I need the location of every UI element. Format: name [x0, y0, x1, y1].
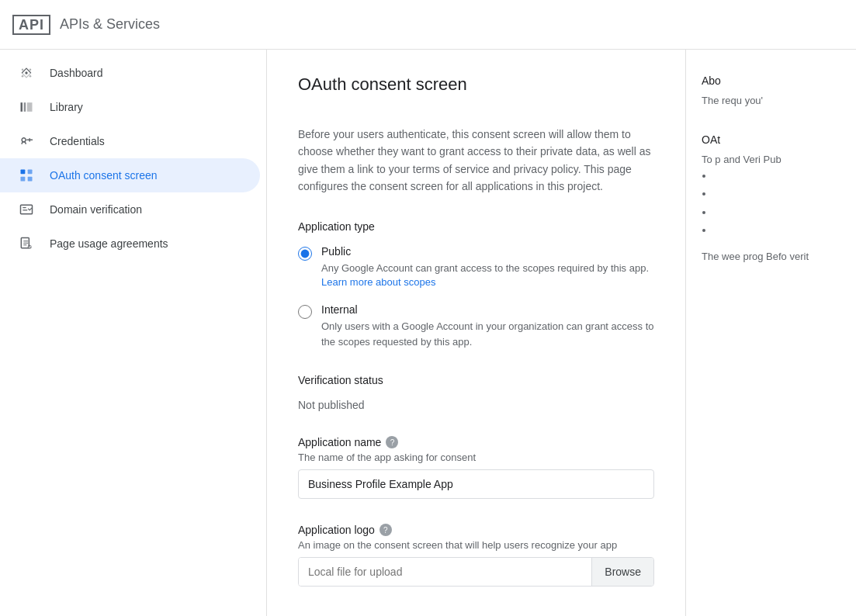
about-text: The requ you'	[702, 93, 840, 109]
oauth-section: OAt To p and Veri Pub The wee prog Befo …	[702, 133, 840, 265]
application-type-label: Application type	[298, 220, 654, 233]
application-name-hint: The name of the app asking for consent	[298, 452, 654, 463]
sidebar-item-label: Dashboard	[50, 67, 103, 79]
svg-rect-11	[21, 177, 26, 182]
api-logo: API APIs & Services	[12, 15, 160, 35]
credentials-icon	[19, 133, 34, 149]
library-icon	[19, 99, 34, 115]
page-usage-icon	[19, 236, 34, 251]
main-content: OAuth consent screen Before your users a…	[267, 50, 685, 616]
right-panel: Abo The requ you' OAt To p and Veri Pub …	[685, 50, 856, 616]
content-area: OAuth consent screen Before your users a…	[267, 50, 856, 616]
about-title: Abo	[702, 74, 840, 87]
svg-rect-10	[28, 170, 33, 175]
sidebar-item-label: Domain verification	[50, 203, 142, 216]
verification-section: Verification status Not published	[298, 374, 654, 411]
about-section: Abo The requ you'	[702, 74, 840, 109]
oauth-footer: The wee prog Befo verit	[702, 249, 840, 265]
page-title: OAuth consent screen	[298, 74, 654, 95]
bullet-item	[714, 203, 840, 221]
learn-more-link[interactable]: Learn more about scopes	[321, 276, 435, 288]
svg-rect-5	[21, 102, 23, 112]
radio-public[interactable]	[298, 247, 312, 261]
svg-point-4	[29, 75, 32, 78]
description-text: Before your users authenticate, this con…	[298, 126, 654, 196]
sidebar-item-label: Credentials	[50, 135, 105, 147]
top-header: API APIs & Services	[0, 0, 856, 50]
api-logo-text: API	[12, 15, 50, 35]
svg-point-3	[22, 75, 24, 78]
radio-internal-description: Only users with a Google Account in your…	[321, 320, 654, 348]
sidebar-item-label: Page usage agreements	[50, 237, 168, 250]
sidebar-item-library[interactable]: Library	[0, 90, 260, 124]
dashboard-icon	[19, 65, 34, 81]
sidebar-item-label: Library	[50, 101, 83, 113]
domain-icon	[19, 202, 34, 217]
verification-value: Not published	[298, 399, 654, 411]
browse-button[interactable]: Browse	[591, 558, 653, 586]
svg-point-2	[29, 69, 32, 71]
radio-public-label: Public	[321, 245, 649, 258]
radio-public-description: Any Google Account can grant access to t…	[321, 262, 649, 274]
sidebar-item-credentials[interactable]: Credentials	[0, 124, 260, 158]
application-name-field: Application name ? The name of the app a…	[298, 436, 654, 499]
sidebar-item-label: OAuth consent screen	[50, 169, 158, 182]
radio-option-public: Public Any Google Account can grant acce…	[298, 245, 654, 289]
oauth-bullet-list	[702, 167, 840, 240]
application-logo-field: Application logo ? An image on the conse…	[298, 524, 654, 587]
sidebar-item-domain[interactable]: Domain verification	[0, 192, 260, 227]
svg-rect-7	[27, 102, 33, 112]
application-type-section: Application type Public Any Google Accou…	[298, 220, 654, 350]
bullet-item	[714, 185, 840, 202]
sidebar-item-page-usage[interactable]: Page usage agreements	[0, 227, 260, 261]
bullet-item	[714, 167, 840, 185]
application-logo-help-icon[interactable]: ?	[379, 524, 392, 536]
oauth-icon	[19, 168, 34, 183]
application-name-label-text: Application name	[298, 436, 381, 448]
file-upload-row: Browse	[298, 557, 654, 587]
radio-option-internal: Internal Only users with a Google Accoun…	[298, 303, 654, 349]
svg-point-8	[22, 138, 26, 142]
application-name-label: Application name ?	[298, 436, 654, 448]
application-name-input[interactable]	[298, 469, 654, 499]
radio-internal[interactable]	[298, 305, 312, 319]
file-upload-input[interactable]	[299, 558, 591, 586]
svg-rect-12	[28, 177, 33, 182]
application-name-help-icon[interactable]: ?	[386, 436, 398, 448]
bullet-item	[714, 221, 840, 239]
svg-point-0	[25, 71, 27, 74]
oauth-intro: To p and Veri Pub	[702, 152, 840, 168]
application-logo-label: Application logo ?	[298, 524, 654, 536]
radio-internal-content: Internal Only users with a Google Accoun…	[321, 303, 654, 349]
service-title: APIs & Services	[60, 16, 160, 33]
svg-point-1	[22, 69, 24, 71]
svg-rect-9	[21, 170, 26, 175]
sidebar: Dashboard Library Credenti	[0, 50, 267, 616]
application-logo-hint: An image on the consent screen that will…	[298, 539, 654, 551]
verification-label: Verification status	[298, 374, 654, 386]
oauth-title: OAt	[702, 133, 840, 146]
radio-internal-label: Internal	[321, 303, 654, 316]
main-layout: Dashboard Library Credenti	[0, 50, 856, 616]
radio-public-content: Public Any Google Account can grant acce…	[321, 245, 649, 289]
svg-rect-6	[24, 102, 26, 112]
sidebar-item-oauth[interactable]: OAuth consent screen	[0, 158, 260, 192]
sidebar-item-dashboard[interactable]: Dashboard	[0, 56, 260, 90]
application-logo-label-text: Application logo	[298, 524, 375, 536]
